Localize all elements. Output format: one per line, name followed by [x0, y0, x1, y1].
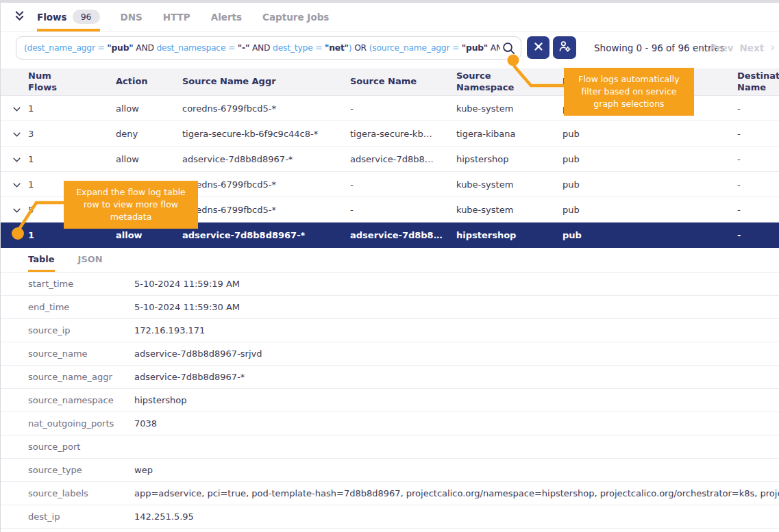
flow-detail-table: start_time 5-10-2024 11:59:19 AM end_tim… [1, 273, 779, 529]
flow-logs-panel: Flows 96 DNS HTTP Alerts Capture Jobs (d… [0, 0, 779, 532]
cell-source-name: - [350, 179, 456, 190]
cell-destination-name: - [737, 205, 779, 215]
cell-destination-name: - [737, 103, 779, 114]
detail-key: start_time [1, 279, 134, 289]
tab-dns[interactable]: DNS [121, 3, 143, 31]
chevron-left-icon[interactable]: ‹ [699, 42, 704, 53]
person-gear-icon [558, 40, 572, 55]
cell-source-name: adservice-7d8b8… [350, 154, 456, 164]
chevron-down-icon[interactable] [13, 103, 21, 114]
detail-value: 7038 [134, 418, 779, 429]
cell-source-name-aggr: coredns-6799fbcd5-* [182, 103, 350, 114]
cell-source-namespace: hipstershop [456, 154, 562, 164]
cell-source-name-aggr: coredns-6799fbcd5-* [182, 205, 350, 215]
magnifier-icon[interactable] [501, 40, 517, 59]
tab-detail-json[interactable]: JSON [78, 248, 103, 272]
flow-filter-query-input[interactable]: (dest_name_aggr = "pub" AND dest_namespa… [16, 36, 521, 60]
detail-key: source_ip [1, 325, 134, 335]
detail-value: adservice-7d8b8d8967-srjvd [134, 349, 779, 359]
cell-num-flows: 1 [28, 154, 116, 164]
col-source-namespace[interactable]: Source Namespace [456, 71, 562, 94]
cell-action: deny [116, 129, 182, 139]
cell-dest-name-aggr: pub [562, 129, 737, 139]
cell-action: allow [116, 154, 182, 164]
list-item: source_name adservice-7d8b8d8967-srjvd [1, 342, 779, 366]
double-chevron-down-icon [14, 10, 25, 25]
detail-value: 5-10-2024 11:59:19 AM [134, 279, 779, 289]
next-button[interactable]: Next [740, 42, 765, 53]
detail-key: source_port [1, 442, 134, 452]
cell-dest-name-aggr: pub [562, 179, 737, 190]
list-item: source_name_aggr adservice-7d8b8d8967-* [1, 366, 779, 389]
chevron-down-icon[interactable] [13, 230, 21, 240]
list-item: end_time 5-10-2024 11:59:30 AM [1, 296, 779, 319]
cell-source-name-aggr: adservice-7d8b8d8967-* [182, 154, 350, 164]
detail-value: 5-10-2024 11:59:30 AM [134, 302, 779, 312]
col-destination-name[interactable]: Destination Name [737, 71, 779, 94]
cell-source-namespace: hipstershop [456, 230, 562, 240]
tab-dns-label: DNS [121, 12, 143, 23]
pagination: ‹ Prev Next › [699, 42, 775, 53]
tab-alerts[interactable]: Alerts [211, 3, 242, 31]
table-row[interactable]: 3 deny tigera-secure-kb-6f9c9c44c8-* tig… [1, 121, 779, 147]
cell-source-name: adservice-7d8b8… [350, 230, 456, 240]
cell-action: allow [116, 230, 182, 240]
cell-dest-name-aggr: pub [562, 230, 737, 240]
collapse-panel-button[interactable] [14, 3, 25, 31]
flow-detail-tabbar: Table JSON [1, 248, 779, 273]
tab-flows[interactable]: Flows 96 [37, 3, 100, 31]
detail-value: 142.251.5.95 [134, 511, 779, 522]
chevron-down-icon[interactable] [13, 205, 21, 215]
clear-filter-button[interactable] [527, 36, 549, 59]
detail-key: source_namespace [1, 395, 134, 405]
cell-source-name-aggr: tigera-secure-kb-6f9c9c44c8-* [182, 129, 350, 139]
col-action[interactable]: Action [116, 76, 182, 88]
cell-source-namespace: kube-system [456, 179, 562, 190]
list-item: source_port [1, 435, 779, 459]
tab-http-label: HTTP [163, 12, 190, 23]
cell-source-name: - [350, 205, 456, 215]
cell-source-namespace: kube-system [456, 205, 562, 215]
tooltip-expand-note: Expand the flow log table row to view mo… [64, 181, 198, 229]
cell-num-flows: 1 [28, 103, 116, 114]
cell-destination-name: - [737, 179, 779, 190]
filter-query-text: (dest_name_aggr = "pub" AND dest_namespa… [24, 43, 500, 53]
detail-value: wep [134, 465, 779, 475]
list-item: source_namespace hipstershop [1, 389, 779, 412]
tab-detail-table[interactable]: Table [28, 248, 55, 272]
tab-flows-label: Flows [37, 12, 67, 23]
col-source-name-aggr[interactable]: Source Name Aggr [182, 76, 350, 88]
user-settings-button[interactable] [553, 36, 576, 59]
cell-action: allow [116, 103, 182, 114]
tab-http[interactable]: HTTP [163, 3, 190, 31]
cell-destination-name: - [737, 230, 779, 240]
tab-capture-jobs[interactable]: Capture Jobs [262, 3, 329, 31]
cell-dest-name-aggr: pub [562, 205, 737, 215]
cell-source-name: - [350, 103, 456, 114]
chevron-right-icon[interactable]: › [770, 42, 775, 53]
detail-key: source_labels [1, 488, 134, 498]
col-source-name[interactable]: Source Name [350, 76, 456, 88]
table-row[interactable]: 1 allow adservice-7d8b8d8967-* adservice… [1, 147, 779, 172]
detail-key: nat_outgoing_ports [1, 418, 134, 429]
cell-num-flows: 3 [28, 129, 116, 139]
prev-button[interactable]: Prev [710, 42, 734, 53]
list-item: source_labels app=adservice, pci=true, p… [1, 482, 779, 505]
chevron-down-icon[interactable] [13, 129, 21, 139]
tab-detail-table-label: Table [28, 254, 55, 264]
chevron-down-icon[interactable] [13, 154, 21, 164]
detail-key: dest_ip [1, 511, 134, 522]
tooltip-filter-note: Flow logs automatically filter based on … [564, 68, 694, 116]
cell-destination-name: - [737, 154, 779, 164]
detail-key: source_name [1, 349, 134, 359]
tab-alerts-label: Alerts [211, 12, 242, 23]
cell-source-namespace: kube-system [456, 103, 562, 114]
detail-value: 172.16.193.171 [134, 325, 779, 335]
chevron-down-icon[interactable] [13, 179, 21, 190]
cell-num-flows: 1 [28, 230, 116, 240]
list-item: dest_ip 142.251.5.95 [1, 505, 779, 529]
list-item: nat_outgoing_ports 7038 [1, 412, 779, 435]
cell-source-name-aggr: coredns-6799fbcd5-* [182, 179, 350, 190]
col-num-flows[interactable]: Num Flows [28, 71, 116, 94]
cell-destination-name: - [737, 129, 779, 139]
